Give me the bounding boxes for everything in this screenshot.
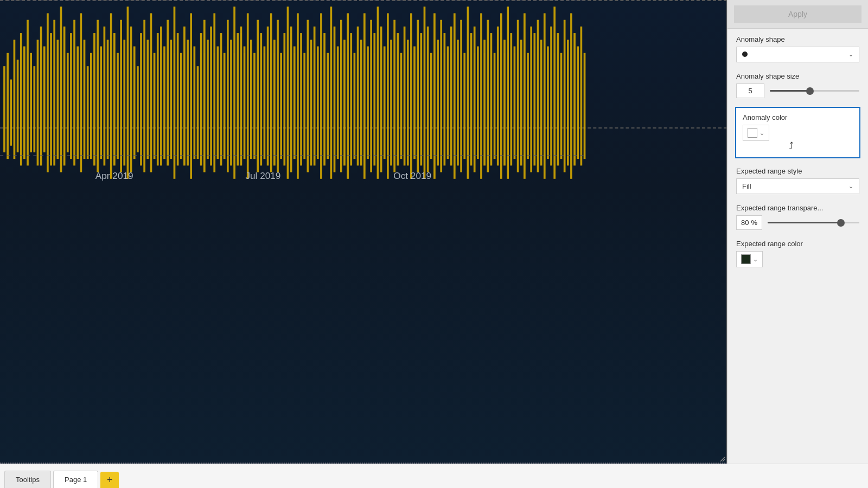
svg-rect-91 bbox=[303, 53, 305, 159]
tab-tooltips[interactable]: Tooltips bbox=[4, 471, 51, 488]
expected-range-transparency-slider-thumb[interactable] bbox=[837, 219, 845, 227]
svg-rect-56 bbox=[187, 40, 189, 165]
svg-rect-119 bbox=[397, 33, 399, 165]
svg-rect-19 bbox=[63, 27, 66, 166]
expected-range-transparency-input-wrap: 80 % bbox=[736, 215, 762, 230]
svg-rect-15 bbox=[50, 33, 52, 165]
svg-rect-170 bbox=[567, 40, 569, 165]
svg-rect-84 bbox=[280, 53, 282, 159]
svg-rect-43 bbox=[143, 20, 145, 172]
anomaly-shape-size-slider-track[interactable] bbox=[770, 90, 859, 92]
svg-rect-168 bbox=[560, 53, 563, 159]
svg-rect-16 bbox=[53, 20, 55, 166]
svg-rect-150 bbox=[500, 13, 502, 178]
svg-rect-136 bbox=[454, 13, 456, 178]
svg-rect-37 bbox=[123, 40, 125, 165]
svg-rect-118 bbox=[393, 20, 395, 172]
svg-rect-80 bbox=[267, 27, 269, 166]
svg-rect-35 bbox=[117, 53, 119, 159]
svg-rect-114 bbox=[380, 27, 382, 172]
svg-rect-50 bbox=[167, 20, 169, 166]
expected-range-color-dropdown-arrow-icon: ⌄ bbox=[753, 256, 758, 263]
svg-rect-112 bbox=[373, 33, 375, 165]
svg-rect-13 bbox=[43, 47, 46, 152]
svg-rect-105 bbox=[350, 33, 352, 165]
anomaly-shape-size-slider-container bbox=[770, 86, 859, 97]
svg-rect-116 bbox=[387, 13, 389, 178]
bottom-tabs: Tooltips Page 1 + bbox=[0, 464, 868, 488]
cursor-area: ⤴ bbox=[743, 141, 853, 152]
svg-rect-12 bbox=[40, 27, 42, 166]
svg-rect-165 bbox=[550, 27, 552, 166]
svg-rect-113 bbox=[377, 7, 379, 179]
svg-rect-25 bbox=[84, 40, 86, 159]
svg-rect-54 bbox=[180, 53, 182, 159]
expected-range-transparency-control: 80 % bbox=[736, 215, 859, 230]
svg-rect-74 bbox=[247, 13, 249, 178]
tab-page1[interactable]: Page 1 bbox=[53, 471, 98, 488]
svg-rect-121 bbox=[404, 27, 406, 166]
chart-dotted-border bbox=[0, 463, 727, 464]
anomaly-shape-size-label: Anomaly shape size bbox=[736, 72, 859, 80]
svg-rect-53 bbox=[177, 33, 179, 165]
svg-rect-69 bbox=[230, 40, 232, 165]
expected-range-color-dropdown[interactable]: ⌄ bbox=[736, 251, 763, 267]
svg-rect-96 bbox=[320, 13, 322, 178]
add-tab-button[interactable]: + bbox=[100, 472, 119, 488]
svg-rect-76 bbox=[253, 53, 256, 159]
anomaly-shape-size-slider-thumb[interactable] bbox=[806, 87, 814, 95]
svg-rect-36 bbox=[120, 20, 122, 172]
apply-section: Apply bbox=[727, 0, 868, 29]
svg-rect-21 bbox=[70, 33, 72, 159]
svg-rect-81 bbox=[270, 13, 272, 172]
svg-rect-24 bbox=[80, 13, 82, 172]
svg-rect-134 bbox=[447, 47, 449, 159]
svg-rect-85 bbox=[283, 33, 285, 165]
svg-rect-72 bbox=[240, 27, 242, 166]
svg-rect-166 bbox=[553, 7, 556, 179]
main-area: Apr 2019 Jul 2019 Oct 2019 Apply bbox=[0, 0, 868, 464]
svg-rect-10 bbox=[33, 66, 35, 152]
expected-range-transparency-group: Expected range transpare... 80 % bbox=[736, 204, 859, 230]
anomaly-shape-size-input[interactable]: 5 bbox=[736, 84, 764, 98]
svg-rect-20 bbox=[67, 53, 69, 152]
svg-rect-162 bbox=[540, 40, 542, 165]
svg-rect-67 bbox=[224, 53, 226, 159]
svg-rect-95 bbox=[317, 47, 319, 159]
anomaly-color-swatch bbox=[748, 128, 757, 138]
expected-range-transparency-slider-track[interactable] bbox=[768, 222, 859, 223]
svg-rect-98 bbox=[327, 53, 329, 159]
svg-rect-145 bbox=[483, 40, 486, 165]
svg-text:Apr 2019: Apr 2019 bbox=[95, 170, 133, 181]
right-panel: Apply Anomaly shape ⌄ Anomaly shape size… bbox=[727, 0, 868, 464]
svg-rect-90 bbox=[300, 33, 302, 165]
svg-rect-130 bbox=[433, 13, 436, 178]
expected-range-color-swatch bbox=[741, 254, 751, 264]
svg-rect-47 bbox=[157, 33, 159, 165]
apply-button[interactable]: Apply bbox=[734, 5, 861, 23]
svg-rect-144 bbox=[480, 13, 482, 178]
svg-rect-87 bbox=[290, 27, 292, 172]
svg-rect-57 bbox=[190, 13, 192, 178]
svg-rect-127 bbox=[424, 7, 426, 179]
svg-rect-66 bbox=[220, 33, 222, 165]
anomaly-shape-dropdown[interactable]: ⌄ bbox=[736, 47, 859, 62]
svg-rect-148 bbox=[494, 53, 496, 159]
svg-rect-30 bbox=[100, 47, 102, 159]
expected-range-style-dropdown[interactable]: Fill ⌄ bbox=[736, 178, 859, 194]
svg-rect-7 bbox=[23, 47, 25, 159]
svg-rect-52 bbox=[174, 7, 176, 179]
svg-rect-60 bbox=[200, 33, 202, 165]
expected-range-style-arrow-icon: ⌄ bbox=[848, 183, 853, 190]
svg-rect-125 bbox=[417, 20, 419, 172]
dropdown-arrow-icon: ⌄ bbox=[848, 51, 853, 58]
svg-rect-152 bbox=[507, 7, 509, 179]
anomaly-color-dropdown[interactable]: ⌄ bbox=[743, 125, 769, 141]
svg-rect-29 bbox=[97, 20, 99, 172]
svg-text:Oct 2019: Oct 2019 bbox=[393, 170, 431, 181]
svg-rect-73 bbox=[244, 47, 246, 159]
anomaly-shape-size-group: Anomaly shape size 5 bbox=[736, 72, 859, 98]
svg-rect-138 bbox=[460, 20, 462, 172]
anomaly-shape-size-control: 5 bbox=[736, 84, 859, 98]
svg-rect-174 bbox=[580, 27, 583, 166]
